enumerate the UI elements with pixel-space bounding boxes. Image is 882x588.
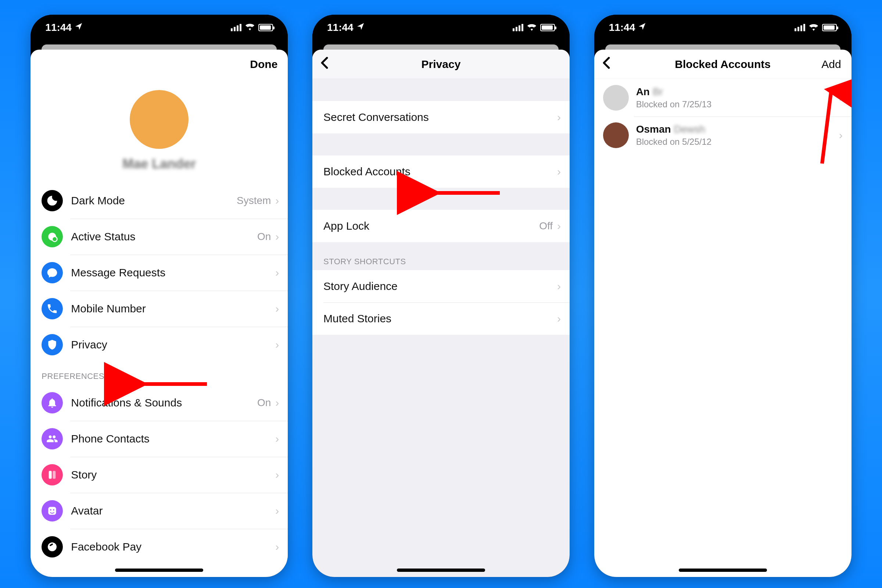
privacy-group-applock: App Lock Off ›	[312, 210, 570, 242]
phone-privacy: 11:44 Privacy Secret Conversations ›	[312, 15, 570, 577]
privacy-screen: Privacy Secret Conversations › Blocked A…	[312, 50, 570, 577]
row-label: Message Requests	[71, 266, 275, 279]
location-icon	[357, 22, 364, 33]
row-label: App Lock	[323, 220, 539, 232]
chevron-right-icon: ›	[275, 266, 279, 279]
home-indicator	[679, 568, 767, 572]
sheet-background-hint	[594, 40, 852, 50]
cellular-icon	[231, 24, 242, 31]
cellular-icon	[795, 24, 805, 31]
chevron-right-icon: ›	[275, 194, 279, 207]
blocked-list: An Br Blocked on 7/25/13 › Osman Dewsh B…	[594, 79, 852, 154]
sheet-background-hint	[312, 40, 570, 50]
row-label: Secret Conversations	[323, 111, 557, 123]
row-label: Active Status	[71, 230, 257, 243]
privacy-group-secret: Secret Conversations ›	[312, 101, 570, 134]
row-blocked-accounts[interactable]: Blocked Accounts ›	[312, 156, 570, 188]
row-label: Avatar	[71, 505, 275, 517]
row-facebook-pay[interactable]: Facebook Pay ›	[30, 529, 288, 565]
row-label: Privacy	[71, 339, 275, 351]
wifi-icon	[245, 22, 255, 33]
battery-icon	[258, 24, 273, 31]
add-button[interactable]: Add	[821, 58, 841, 70]
svg-rect-2	[49, 471, 52, 478]
row-mobile-number[interactable]: Mobile Number ›	[30, 291, 288, 327]
status-time: 11:44	[609, 22, 635, 33]
profile-name: Mae Lander	[122, 156, 196, 172]
chevron-right-icon: ›	[557, 312, 561, 325]
chevron-right-icon: ›	[275, 432, 279, 445]
svg-point-1	[52, 237, 57, 242]
row-label: Blocked Accounts	[323, 165, 557, 178]
nav-bar: Blocked Accounts Add	[594, 50, 852, 79]
status-bar: 11:44	[594, 15, 852, 40]
row-active-status[interactable]: Active Status On ›	[30, 219, 288, 255]
profile-avatar[interactable]	[130, 90, 189, 149]
chevron-right-icon: ›	[839, 92, 843, 104]
row-story[interactable]: Story ›	[30, 457, 288, 493]
bell-icon	[42, 392, 63, 413]
profile-area: Mae Lander	[30, 79, 288, 183]
row-label: Phone Contacts	[71, 432, 275, 445]
row-muted-stories[interactable]: Muted Stories ›	[312, 303, 570, 335]
status-bar: 11:44	[30, 15, 288, 40]
pay-icon	[42, 536, 63, 558]
chevron-right-icon: ›	[275, 396, 279, 409]
chevron-right-icon: ›	[275, 230, 279, 243]
chevron-right-icon: ›	[275, 469, 279, 481]
row-value: On	[257, 397, 271, 409]
row-value: Off	[539, 220, 553, 232]
privacy-group-story: Story Audience › Muted Stories ›	[312, 270, 570, 335]
home-indicator	[397, 568, 485, 572]
moon-icon	[42, 190, 63, 212]
svg-point-6	[53, 509, 54, 510]
settings-list-preferences: Notifications & Sounds On › Phone Contac…	[30, 385, 288, 565]
battery-icon	[822, 24, 837, 31]
avatar-icon	[42, 500, 63, 522]
battery-icon	[540, 24, 555, 31]
chevron-right-icon: ›	[557, 111, 561, 123]
chevron-right-icon: ›	[557, 280, 561, 292]
chevron-right-icon: ›	[557, 165, 561, 178]
row-story-audience[interactable]: Story Audience ›	[312, 270, 570, 303]
settings-list-main: Dark Mode System › Active Status On › Me…	[30, 183, 288, 363]
location-icon	[75, 22, 82, 33]
wifi-icon	[527, 22, 537, 33]
row-secret-conversations[interactable]: Secret Conversations ›	[312, 101, 570, 134]
back-button[interactable]	[602, 56, 610, 72]
blocked-item[interactable]: An Br Blocked on 7/25/13 ›	[594, 79, 852, 117]
status-icon	[42, 226, 63, 248]
contacts-icon	[42, 428, 63, 450]
nav-bar: Privacy	[312, 50, 570, 79]
home-indicator	[115, 568, 203, 572]
chevron-right-icon: ›	[275, 339, 279, 351]
row-label: Muted Stories	[323, 312, 557, 325]
row-message-requests[interactable]: Message Requests ›	[30, 255, 288, 291]
row-app-lock[interactable]: App Lock Off ›	[312, 210, 570, 242]
row-label: Dark Mode	[71, 194, 237, 207]
row-dark-mode[interactable]: Dark Mode System ›	[30, 183, 288, 219]
nav-bar: Done	[30, 50, 288, 79]
row-value: System	[237, 195, 271, 207]
row-avatar[interactable]: Avatar ›	[30, 493, 288, 529]
row-phone-contacts[interactable]: Phone Contacts ›	[30, 421, 288, 457]
row-notifications[interactable]: Notifications & Sounds On ›	[30, 385, 288, 421]
status-time: 11:44	[327, 22, 354, 33]
row-privacy[interactable]: Privacy ›	[30, 327, 288, 363]
blocked-item[interactable]: Osman Dewsh Blocked on 5/25/12 ›	[594, 117, 852, 154]
chevron-right-icon: ›	[275, 505, 279, 517]
location-icon	[638, 22, 646, 33]
cellular-icon	[513, 24, 524, 31]
blocked-sub: Blocked on 5/25/12	[636, 137, 839, 147]
blocked-avatar	[603, 122, 629, 148]
blocked-sub: Blocked on 7/25/13	[636, 99, 839, 110]
blocked-name: Osman Dewsh	[636, 123, 839, 135]
story-icon	[42, 464, 63, 486]
row-label: Story Audience	[323, 280, 557, 292]
row-label: Story	[71, 469, 275, 481]
done-button[interactable]: Done	[250, 58, 278, 70]
shield-icon	[42, 334, 63, 356]
back-button[interactable]	[321, 56, 328, 72]
row-label: Notifications & Sounds	[71, 396, 257, 409]
chevron-right-icon: ›	[839, 129, 843, 141]
